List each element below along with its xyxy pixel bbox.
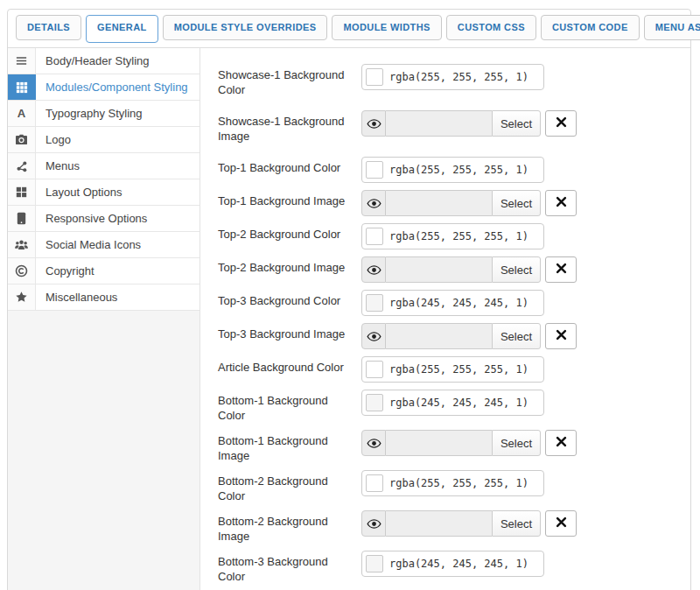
image-path-field[interactable] (386, 256, 492, 283)
field-label: Bottom-2 Background Image (218, 510, 358, 544)
clear-image-button[interactable] (545, 430, 577, 456)
sidebar-item-responsive-options[interactable]: Responsive Options (8, 206, 200, 232)
color-value-input[interactable] (389, 164, 539, 176)
sidebar-item-label: Miscellaneous (36, 284, 117, 310)
clear-image-button[interactable] (545, 256, 577, 283)
clear-image-button[interactable] (545, 110, 577, 137)
select-image-button[interactable]: Select (492, 256, 541, 283)
field-row: Bottom-1 Background Color (218, 390, 673, 423)
eye-icon[interactable] (361, 110, 386, 137)
color-value-input[interactable] (389, 397, 539, 409)
tab-general[interactable]: GENERAL (86, 15, 158, 43)
layout-grid-icon (8, 179, 36, 205)
color-value-input[interactable] (389, 477, 539, 489)
select-image-button[interactable]: Select (492, 323, 541, 349)
field-label: Bottom-1 Background Color (218, 390, 358, 423)
panel-body: Body/Header StylingModules/Component Sty… (8, 48, 690, 590)
eye-icon[interactable] (361, 510, 386, 537)
image-path-field[interactable] (386, 110, 492, 137)
color-value-input[interactable] (389, 230, 539, 242)
color-swatch[interactable] (366, 68, 383, 86)
background-image-input-group: Select (361, 190, 577, 216)
field-row: Top-2 Background Color (218, 223, 673, 249)
sidebar-item-logo[interactable]: Logo (8, 127, 200, 153)
sidebar-item-modules-component-styling[interactable]: Modules/Component Styling (8, 74, 200, 101)
sidebar-item-label: Social Media Icons (36, 232, 141, 257)
menu-icon (8, 48, 36, 74)
select-image-button[interactable]: Select (492, 110, 541, 137)
color-value-input[interactable] (389, 558, 539, 570)
template-options-panel: DETAILSGENERALMODULE STYLE OVERRIDESMODU… (7, 9, 691, 590)
field-label: Bottom-3 Background Color (218, 551, 358, 584)
color-swatch[interactable] (366, 294, 383, 312)
sidebar-item-label: Body/Header Styling (36, 48, 150, 74)
color-value-input[interactable] (389, 297, 539, 309)
color-swatch[interactable] (366, 161, 383, 179)
clear-image-button[interactable] (545, 190, 577, 216)
image-path-field[interactable] (386, 323, 492, 349)
field-row: Top-3 Background ImageSelect (218, 323, 673, 349)
image-path-field[interactable] (386, 190, 492, 216)
field-row: Bottom-2 Background Color (218, 470, 673, 503)
tab-details[interactable]: DETAILS (16, 15, 81, 40)
background-image-input-group: Select (361, 256, 577, 283)
select-image-button[interactable]: Select (492, 510, 541, 537)
field-row: Top-1 Background ImageSelect (218, 190, 673, 216)
sidebar-item-typography-styling[interactable]: ATypography Styling (8, 101, 200, 127)
tab-module-widths[interactable]: MODULE WIDTHS (332, 15, 441, 40)
field-label: Top-3 Background Image (218, 323, 358, 349)
field-row: Top-3 Background Color (218, 290, 673, 316)
background-image-input-group: Select (361, 510, 577, 537)
image-path-field[interactable] (386, 510, 492, 537)
color-swatch[interactable] (366, 394, 383, 411)
background-image-input-group: Select (361, 323, 577, 349)
sidebar-item-label: Copyright (36, 258, 94, 284)
sidebar-item-label: Modules/Component Styling (36, 74, 188, 100)
eye-icon[interactable] (361, 323, 386, 349)
select-image-button[interactable]: Select (492, 190, 541, 216)
field-label: Top-1 Background Image (218, 190, 358, 216)
color-swatch[interactable] (366, 474, 383, 492)
background-color-input (361, 551, 544, 577)
eye-icon[interactable] (361, 256, 386, 283)
color-value-input[interactable] (389, 363, 539, 376)
tab-custom-css[interactable]: CUSTOM CSS (446, 15, 536, 40)
color-swatch[interactable] (366, 361, 383, 378)
sidebar-item-body-header-styling[interactable]: Body/Header Styling (8, 48, 200, 74)
settings-form: Showcase-1 Background ColorShowcase-1 Ba… (200, 48, 690, 590)
sidebar-item-menus[interactable]: Menus (8, 153, 200, 179)
clear-image-button[interactable] (545, 323, 577, 349)
color-swatch[interactable] (366, 228, 383, 245)
sidebar-item-label: Menus (36, 153, 80, 179)
tab-bar: DETAILSGENERALMODULE STYLE OVERRIDESMODU… (8, 10, 690, 48)
background-color-input (361, 157, 544, 183)
share-icon (8, 153, 36, 179)
field-row: Bottom-1 Background ImageSelect (218, 430, 673, 463)
tab-custom-code[interactable]: CUSTOM CODE (541, 15, 640, 40)
sidebar-item-social-media-icons[interactable]: Social Media Icons (8, 232, 200, 258)
color-value-input[interactable] (389, 71, 539, 83)
sidebar-item-miscellaneous[interactable]: Miscellaneous (8, 284, 200, 311)
sidebar-item-layout-options[interactable]: Layout Options (8, 179, 200, 206)
background-color-input (361, 64, 544, 90)
typography-icon: A (8, 101, 36, 126)
select-image-button[interactable]: Select (492, 430, 541, 456)
field-label: Showcase-1 Background Image (218, 110, 358, 144)
sidebar-item-copyright[interactable]: Copyright (8, 258, 200, 284)
tab-module-style-overrides[interactable]: MODULE STYLE OVERRIDES (163, 15, 328, 40)
color-swatch[interactable] (366, 555, 383, 572)
tab-menu-assignment[interactable]: MENU ASSIGNMENT (644, 15, 700, 40)
background-image-input-group: Select (361, 430, 577, 456)
eye-icon[interactable] (361, 190, 386, 216)
grid-icon (8, 74, 36, 100)
background-color-input (361, 290, 544, 316)
eye-icon[interactable] (361, 430, 386, 456)
field-label: Top-1 Background Color (218, 157, 358, 183)
clear-image-button[interactable] (545, 510, 577, 537)
background-color-input (361, 390, 544, 416)
copyright-icon (8, 258, 36, 284)
field-label: Bottom-1 Background Image (218, 430, 358, 463)
sidebar-item-label: Logo (36, 127, 71, 152)
x-icon (556, 329, 567, 343)
image-path-field[interactable] (386, 430, 492, 456)
